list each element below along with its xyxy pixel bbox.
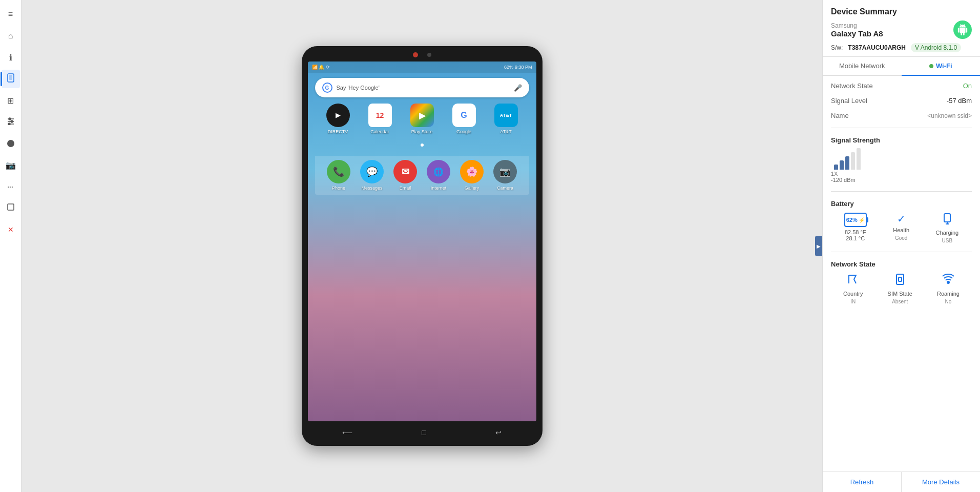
nav-back-icon[interactable]: ⟵ bbox=[342, 428, 352, 437]
panel-footer: Refresh More Details bbox=[823, 471, 980, 492]
speaker-dot bbox=[413, 52, 418, 57]
screen-content: 📶 🔔 ⟳ 62% 9:38 PM G Say 'Hey Google' 🎤 bbox=[308, 61, 536, 421]
sidebar-item-device[interactable] bbox=[2, 70, 20, 88]
mic-icon[interactable]: 🎤 bbox=[514, 84, 522, 92]
network-icons-row: Country IN SIM State Absent bbox=[831, 273, 972, 304]
sw-row: S/w: T387AAUCU0ARGH V Android 8.1.0 bbox=[831, 43, 972, 52]
panel-tabs: Mobile Network Wi-Fi bbox=[823, 57, 980, 76]
battery-health-value: Good bbox=[895, 235, 907, 241]
playstore-label: Play Store bbox=[411, 129, 433, 134]
nav-home-icon[interactable]: ↩ bbox=[495, 428, 502, 437]
divider-2 bbox=[831, 191, 972, 192]
app-email[interactable]: ✉ Email bbox=[390, 160, 421, 191]
camera-app-icon: 📷 bbox=[493, 160, 517, 183]
sim-state-label: SIM State bbox=[888, 291, 912, 297]
camera-label: Camera bbox=[497, 186, 513, 191]
sidebar-item-record[interactable] bbox=[2, 134, 20, 153]
crosshair-icon: ⊞ bbox=[7, 96, 14, 106]
tab-wifi[interactable]: Wi-Fi bbox=[902, 57, 981, 76]
tab-wifi-label: Wi-Fi bbox=[936, 62, 952, 70]
sidebar-item-screenshot[interactable]: 📷 bbox=[2, 156, 20, 174]
battery-charging-label: Charging bbox=[936, 230, 959, 236]
battery-temp: 82.58 °F 28.1 °C bbox=[845, 229, 866, 241]
divider-3 bbox=[831, 252, 972, 252]
signal-bar-2 bbox=[840, 160, 844, 170]
battery-status: 62% bbox=[504, 65, 513, 70]
more-icon: ••• bbox=[8, 184, 13, 189]
sidebar-item-more[interactable]: ••• bbox=[2, 177, 20, 196]
side-panel-wrapper: ▶ Device Summary Samsung Galaxy Tab A8 S… bbox=[822, 0, 980, 492]
app-google[interactable]: G Google bbox=[449, 104, 479, 134]
sidebar-item-menu[interactable]: ≡ bbox=[2, 5, 20, 24]
screen-body: G Say 'Hey Google' 🎤 ▶ DIRECTV 12 bbox=[308, 73, 536, 421]
att-icon: AT&T bbox=[494, 104, 518, 127]
refresh-button[interactable]: Refresh bbox=[823, 472, 902, 492]
sw-label: S/w: bbox=[831, 44, 843, 51]
app-gallery[interactable]: 🌸 Gallery bbox=[456, 160, 487, 191]
network-state-label: Network State bbox=[831, 82, 873, 90]
sidebar-item-home[interactable]: ⌂ bbox=[2, 27, 20, 45]
sidebar-item-crop[interactable] bbox=[2, 199, 20, 217]
collapse-handle[interactable]: ▶ bbox=[815, 236, 822, 256]
tab-mobile-label: Mobile Network bbox=[839, 62, 885, 70]
more-details-button[interactable]: More Details bbox=[902, 472, 980, 492]
network-state-section-title: Network State bbox=[831, 260, 972, 268]
email-label: Email bbox=[400, 186, 411, 191]
sim-icon bbox=[894, 273, 906, 289]
calendar-icon: 12 bbox=[368, 104, 392, 127]
sliders-icon bbox=[7, 117, 15, 127]
battery-charging-value: USB bbox=[942, 238, 953, 243]
google-label: Google bbox=[456, 129, 471, 134]
android-icon bbox=[953, 20, 972, 39]
app-row-1: ▶ DIRECTV 12 Calendar ▶ Play Store bbox=[315, 104, 529, 134]
app-directv[interactable]: ▶ DIRECTV bbox=[323, 104, 353, 134]
roaming-item: Roaming No bbox=[937, 273, 960, 304]
app-camera[interactable]: 📷 Camera bbox=[490, 160, 520, 191]
search-bar[interactable]: G Say 'Hey Google' 🎤 bbox=[315, 78, 529, 97]
svg-rect-9 bbox=[944, 214, 950, 222]
signal-dbm-label: -120 dBm bbox=[831, 177, 856, 183]
phone-screen[interactable]: 📶 🔔 ⟳ 62% 9:38 PM G Say 'Hey Google' 🎤 bbox=[308, 61, 536, 421]
check-icon: ✓ bbox=[897, 213, 906, 225]
tab-mobile-network[interactable]: Mobile Network bbox=[823, 57, 902, 76]
phone-body: 📶 🔔 ⟳ 62% 9:38 PM G Say 'Hey Google' 🎤 bbox=[302, 46, 543, 446]
country-label: Country bbox=[843, 291, 863, 297]
messages-label: Messages bbox=[361, 186, 382, 191]
app-calendar[interactable]: 12 Calendar bbox=[365, 104, 395, 134]
sidebar-item-close[interactable]: ✕ bbox=[2, 220, 20, 239]
wifi-dot bbox=[929, 64, 933, 68]
app-internet[interactable]: 🌐 Internet bbox=[423, 160, 454, 191]
roaming-value: No bbox=[945, 299, 952, 304]
battery-percent-value: 62% bbox=[846, 217, 858, 223]
google-icon: G bbox=[452, 104, 476, 127]
sidebar-item-crosshair[interactable]: ⊞ bbox=[2, 91, 20, 110]
network-state-row: Network State On bbox=[831, 82, 972, 90]
app-att[interactable]: AT&T AT&T bbox=[491, 104, 522, 134]
status-right: 62% 9:38 PM bbox=[504, 65, 532, 70]
battery-charging-item: Charging USB bbox=[936, 213, 959, 243]
app-playstore[interactable]: ▶ Play Store bbox=[407, 104, 437, 134]
sim-state-item: SIM State Absent bbox=[888, 273, 912, 304]
signal-x-label: 1X bbox=[831, 171, 838, 177]
sidebar-item-sliders[interactable] bbox=[2, 113, 20, 131]
signal-level-row: Signal Level -57 dBm bbox=[831, 97, 972, 105]
signal-level-value: -57 dBm bbox=[947, 97, 972, 105]
svg-rect-8 bbox=[8, 204, 14, 210]
camera-icon: 📷 bbox=[6, 160, 16, 170]
panel-header: Device Summary Samsung Galaxy Tab A8 S/w… bbox=[823, 0, 980, 57]
nav-recent-icon[interactable]: □ bbox=[422, 428, 426, 437]
crop-icon bbox=[7, 203, 15, 213]
collapse-icon: ▶ bbox=[817, 243, 821, 249]
svg-rect-1 bbox=[9, 75, 12, 80]
ssid-row: Name <unknown ssid> bbox=[831, 112, 972, 119]
phone-nav-bar: ⟵ □ ↩ bbox=[308, 424, 536, 441]
app-phone[interactable]: 📞 Phone bbox=[323, 160, 354, 191]
sidebar-item-info[interactable]: ℹ bbox=[2, 48, 20, 67]
app-messages[interactable]: 💬 Messages bbox=[357, 160, 387, 191]
close-icon: ✕ bbox=[8, 225, 14, 234]
network-state-value: On bbox=[963, 82, 972, 90]
divider-1 bbox=[831, 128, 972, 128]
gallery-icon: 🌸 bbox=[460, 160, 484, 183]
status-bar: 📶 🔔 ⟳ 62% 9:38 PM bbox=[308, 61, 536, 73]
side-panel: Device Summary Samsung Galaxy Tab A8 S/w… bbox=[822, 0, 980, 492]
